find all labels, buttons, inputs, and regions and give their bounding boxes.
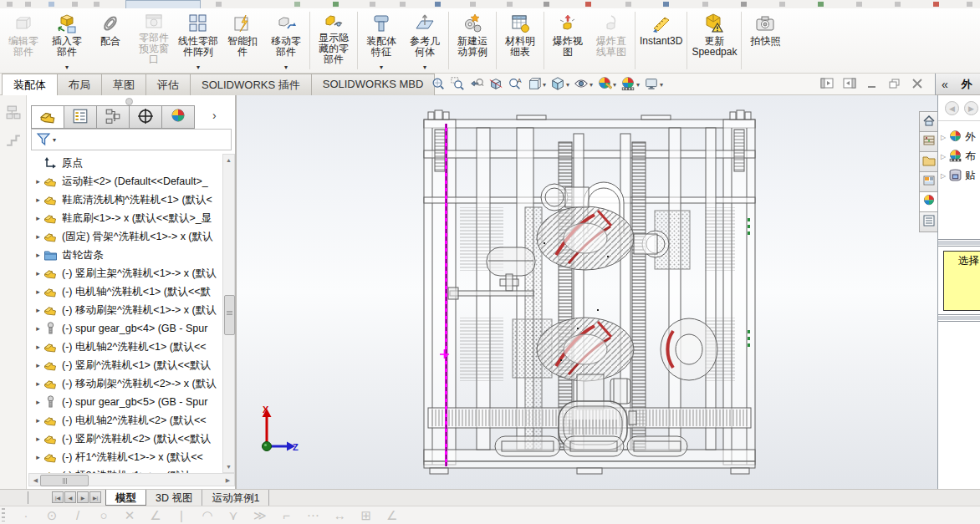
hud-view-orientation-button[interactable]: ▾ bbox=[526, 75, 547, 94]
dropdown-caret-icon[interactable]: ▾ bbox=[543, 81, 546, 89]
hud-previous-view-button[interactable] bbox=[468, 75, 485, 94]
expand-arrow-icon[interactable]: ▸ bbox=[33, 343, 43, 351]
tree-item[interactable]: ▸(-) 竖刷主架^洗鞋机<1>-> x (默认 bbox=[28, 264, 222, 282]
ribbon-button-smart-fasteners[interactable]: 智能扣 件 bbox=[221, 8, 264, 73]
expand-arrow-icon[interactable]: ▸ bbox=[33, 306, 43, 314]
task-pane-item[interactable]: ▷布 bbox=[938, 147, 980, 166]
graphics-area[interactable]: X Z bbox=[237, 95, 937, 489]
hud-view-settings-button[interactable]: ▾ bbox=[643, 75, 664, 94]
tree-item[interactable]: ▸(-) 杆1^洗鞋机<1>-> x (默认<< bbox=[28, 448, 222, 466]
expand-arrow-icon[interactable]: ▸ bbox=[33, 324, 43, 333]
tree-item[interactable]: ▸鞋底清洗机构^洗鞋机<1> (默认< bbox=[28, 191, 222, 209]
tree-item[interactable]: ▸运动鞋<2> (Default<<Default>_ bbox=[28, 172, 222, 191]
tree-item[interactable]: ▸(-) 杆2^洗鞋机<1>-> x (默认 bbox=[28, 466, 222, 473]
horizontal-scroll-thumb[interactable] bbox=[40, 475, 89, 486]
filter-dropdown-caret-icon[interactable]: ▾ bbox=[53, 136, 56, 144]
task-tab-file-explorer[interactable] bbox=[919, 151, 937, 172]
dropdown-caret-icon[interactable]: ▾ bbox=[613, 81, 616, 89]
tree-item[interactable]: ▸(-) 电机轴2^洗鞋机<1> (默认<< bbox=[28, 338, 222, 356]
dropdown-caret-icon[interactable]: ▾ bbox=[590, 81, 593, 89]
tab-scroll-previous-button[interactable]: ◀ bbox=[64, 491, 76, 503]
expand-arrow-icon[interactable]: ▸ bbox=[33, 379, 43, 388]
expand-arrow-icon[interactable]: ▸ bbox=[33, 269, 43, 277]
tree-item[interactable]: ▸(-) spur gear_gb<5> (GB - Spur bbox=[28, 393, 222, 411]
panel-tab-display-manager[interactable] bbox=[161, 105, 195, 129]
restore-button[interactable] bbox=[887, 76, 902, 91]
panel-tab-property-manager[interactable] bbox=[64, 105, 97, 129]
ribbon-button-insert-component[interactable]: 插入零 部件▾ bbox=[45, 8, 89, 73]
ribbon-button-edit-component[interactable]: 编辑零 部件 bbox=[2, 8, 45, 73]
ribbon-button-reference-geometry[interactable]: 参考几 何体▾ bbox=[403, 8, 447, 73]
tree-item[interactable]: ▸(-) 移动刷架^洗鞋机<1>-> x (默认 bbox=[28, 301, 222, 319]
tree-vertical-scrollbar[interactable]: ▲ ▼ bbox=[222, 154, 235, 473]
ribbon-button-bill-of-materials[interactable]: 材料明 细表 bbox=[498, 8, 542, 73]
tree-item[interactable]: 原点 bbox=[28, 154, 222, 172]
ribbon-button-component-preview-window[interactable]: 零部件 预览窗 口 bbox=[132, 8, 176, 73]
step-profile-icon[interactable] bbox=[6, 132, 21, 150]
ribbon-button-linear-component-pattern[interactable]: 线性零部 件阵列▾ bbox=[176, 8, 221, 73]
expand-arrow-icon[interactable]: ▸ bbox=[33, 177, 43, 186]
expand-arrow-icon[interactable]: ▸ bbox=[33, 196, 43, 204]
expand-arrow-icon[interactable]: ▸ bbox=[33, 416, 43, 425]
task-pane-collapse-button[interactable]: « bbox=[942, 78, 948, 91]
command-tab-装配体[interactable]: 装配体 bbox=[2, 74, 58, 95]
pane-splitter[interactable] bbox=[938, 239, 980, 247]
assembly-visualization-icon[interactable] bbox=[6, 105, 21, 123]
expand-arrow-icon[interactable]: ▷ bbox=[941, 172, 946, 180]
tree-item[interactable]: ▸(-) 竖刷^洗鞋机<1> (默认<<默认 bbox=[28, 356, 222, 374]
dropdown-caret-icon[interactable]: ▾ bbox=[566, 81, 569, 89]
hud-zoom-to-area-button[interactable] bbox=[449, 75, 466, 94]
panel-tab-dimxpert-manager[interactable] bbox=[129, 105, 162, 129]
task-tab-design-library[interactable] bbox=[919, 131, 937, 152]
vertical-scroll-thumb[interactable] bbox=[224, 295, 235, 335]
expand-arrow-icon[interactable]: ▸ bbox=[33, 435, 43, 443]
command-tab-评估[interactable]: 评估 bbox=[145, 74, 191, 95]
forward-icon[interactable]: ▶ bbox=[964, 101, 978, 115]
ribbon-button-take-snapshot[interactable]: 拍快照 bbox=[743, 8, 787, 73]
right-pane-toggle-button[interactable] bbox=[842, 76, 857, 91]
ribbon-button-new-motion-study[interactable]: 新建运 动算例 bbox=[451, 8, 494, 73]
tree-item[interactable]: ▸齿轮齿条 bbox=[28, 246, 222, 264]
command-tab-SOLIDWORKS MBD[interactable]: SOLIDWORKS MBD bbox=[311, 74, 436, 95]
ribbon-button-explode-line-sketch[interactable]: 爆炸直 线草图 bbox=[590, 8, 633, 73]
command-tab-草图[interactable]: 草图 bbox=[101, 74, 146, 95]
ribbon-button-instant3d[interactable]: Instant3D bbox=[637, 8, 685, 73]
task-tab-appearances-scenes-decals[interactable] bbox=[919, 191, 937, 212]
task-pane-item[interactable]: ▷贴 bbox=[938, 166, 980, 186]
hud-hide-show-items-button[interactable]: ▾ bbox=[573, 75, 594, 94]
ribbon-button-assembly-features[interactable]: 装配体 特征▾ bbox=[360, 8, 403, 73]
expand-arrow-icon[interactable]: ▸ bbox=[33, 251, 43, 259]
doc-tab-运动算例1[interactable]: 运动算例1 bbox=[202, 490, 269, 506]
ribbon-button-exploded-view[interactable]: 爆炸视 图 bbox=[546, 8, 590, 73]
command-tab-布局[interactable]: 布局 bbox=[57, 74, 102, 95]
tree-item[interactable]: ▸(-) 电机轴2^洗鞋机<2> (默认<< bbox=[28, 411, 222, 430]
expand-arrow-icon[interactable]: ▸ bbox=[33, 287, 43, 296]
dropdown-caret-icon[interactable]: ▾ bbox=[660, 81, 663, 89]
close-button[interactable] bbox=[910, 76, 925, 91]
tree-item[interactable]: ▸(-) 电机轴^洗鞋机<1> (默认<<默 bbox=[28, 282, 222, 301]
doc-tab-模型[interactable]: 模型 bbox=[105, 490, 146, 506]
task-pane-item[interactable]: ▷外 bbox=[938, 128, 980, 147]
hud-display-style-button[interactable]: ▾ bbox=[549, 75, 570, 94]
doc-tab-3D 视图[interactable]: 3D 视图 bbox=[146, 490, 202, 506]
task-tab-view-palette[interactable] bbox=[919, 171, 937, 192]
minimize-button[interactable] bbox=[865, 76, 880, 91]
scroll-down-icon[interactable]: ▼ bbox=[223, 461, 234, 472]
hud-edit-appearance-button[interactable]: ▾ bbox=[596, 75, 617, 94]
panel-tab-configuration-manager[interactable] bbox=[96, 105, 130, 129]
ribbon-button-show-hidden-components[interactable]: 显示隐 藏的零 部件 bbox=[312, 8, 355, 73]
filter-funnel-icon[interactable] bbox=[36, 131, 51, 149]
tab-scroll-last-button[interactable]: ▶| bbox=[89, 491, 101, 503]
expand-arrow-icon[interactable]: ▸ bbox=[33, 361, 43, 369]
hud-annotation-view-button[interactable]: A bbox=[507, 75, 523, 94]
hud-apply-scene-button[interactable]: ▾ bbox=[620, 75, 641, 94]
task-tab-custom-properties[interactable] bbox=[919, 211, 937, 232]
panel-expand-chevron-icon[interactable]: › bbox=[212, 109, 217, 122]
pane-splitter[interactable] bbox=[938, 314, 980, 322]
ribbon-button-move-component[interactable]: 移动零 部件▾ bbox=[264, 8, 308, 73]
tree-item[interactable]: ▸(-) spur gear_gb<4> (GB - Spur bbox=[28, 319, 222, 338]
left-pane-toggle-button[interactable] bbox=[819, 76, 835, 91]
panel-splitter-handle[interactable] bbox=[125, 98, 133, 105]
hud-zoom-to-fit-button[interactable] bbox=[430, 75, 447, 94]
tree-item[interactable]: ▸(-) 竖刷^洗鞋机<2> (默认<<默认 bbox=[28, 430, 222, 448]
